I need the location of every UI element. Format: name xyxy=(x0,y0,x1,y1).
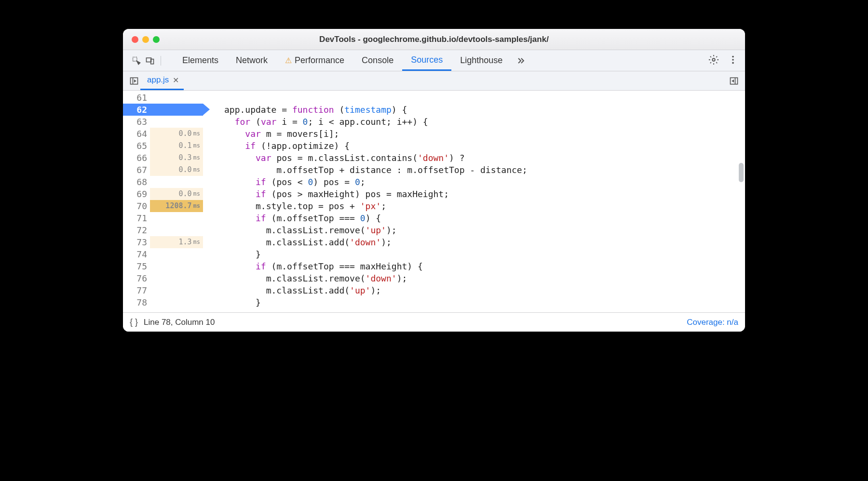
toolbar-separator xyxy=(161,56,161,66)
code-editor[interactable]: 616263640.0 ms650.1 ms660.3 ms670.0 ms68… xyxy=(123,91,745,312)
window-close-button[interactable] xyxy=(132,36,138,43)
code-line: if (!app.optimize) { xyxy=(224,140,745,152)
line-timing xyxy=(150,296,203,308)
gutter-row[interactable]: 690.0 ms xyxy=(123,188,203,200)
panel-tab-lighthouse[interactable]: Lighthouse xyxy=(451,50,511,71)
panel-tab-sources[interactable]: Sources xyxy=(402,50,451,71)
line-number: 76 xyxy=(123,272,150,284)
scrollbar-thumb[interactable] xyxy=(739,163,744,182)
pretty-print-icon[interactable]: { } xyxy=(130,317,138,327)
close-tab-icon[interactable]: ✕ xyxy=(173,76,179,85)
coverage-link[interactable]: Coverage: n/a xyxy=(687,318,738,327)
line-timing xyxy=(150,116,203,128)
code-line: var pos = m.classList.contains('down') ? xyxy=(224,152,745,164)
code-line: m.offsetTop + distance : m.offsetTop - d… xyxy=(224,164,745,176)
line-number: 66 xyxy=(123,152,150,164)
main-toolbar: ElementsNetwork⚠PerformanceConsoleSource… xyxy=(123,50,745,71)
gutter-row[interactable]: 670.0 ms xyxy=(123,164,203,176)
statusbar: { } Line 78, Column 10 Coverage: n/a xyxy=(123,312,745,332)
line-timing xyxy=(150,248,203,260)
line-number: 71 xyxy=(123,212,150,224)
code-line: if (pos < 0) pos = 0; xyxy=(224,176,745,188)
line-timing xyxy=(150,260,203,272)
window-minimize-button[interactable] xyxy=(142,36,149,43)
panel-tab-elements[interactable]: Elements xyxy=(174,50,227,71)
line-number: 77 xyxy=(123,284,150,296)
window-title: DevTools - googlechrome.github.io/devtoo… xyxy=(123,35,745,44)
gutter-row[interactable]: 75 xyxy=(123,260,203,272)
tab-label: Sources xyxy=(411,55,443,65)
line-number: 70 xyxy=(123,200,150,212)
code-line: if (m.offsetTop === 0) { xyxy=(224,212,745,224)
panel-tab-console[interactable]: Console xyxy=(353,50,402,71)
cursor-position: Line 78, Column 10 xyxy=(144,318,215,327)
line-timing xyxy=(150,176,203,188)
gutter-row[interactable]: 71 xyxy=(123,212,203,224)
line-timing xyxy=(150,212,203,224)
gutter-row[interactable]: 660.3 ms xyxy=(123,152,203,164)
gutter-row[interactable]: 78 xyxy=(123,296,203,308)
line-number: 63 xyxy=(123,116,150,128)
window-titlebar: DevTools - googlechrome.github.io/devtoo… xyxy=(123,29,745,50)
code-content[interactable]: app.update = function (timestamp) { for … xyxy=(203,91,745,312)
file-tab-appjs[interactable]: app.js ✕ xyxy=(140,71,184,90)
code-line: m.classList.add('up'); xyxy=(224,284,745,296)
code-line: m.classList.remove('down'); xyxy=(224,272,745,284)
tab-label: Elements xyxy=(182,55,218,66)
gutter-row[interactable]: 63 xyxy=(123,116,203,128)
inspect-element-icon[interactable] xyxy=(130,54,143,67)
line-number: 69 xyxy=(123,188,150,200)
line-number: 74 xyxy=(123,248,150,260)
line-timing xyxy=(150,224,203,236)
line-number: 61 xyxy=(123,92,150,104)
gutter-row[interactable]: 701208.7 ms xyxy=(123,200,203,212)
line-timing: 0.0 ms xyxy=(150,164,203,176)
show-navigator-icon[interactable] xyxy=(128,75,140,87)
show-debugger-icon[interactable] xyxy=(728,75,740,87)
line-gutter[interactable]: 616263640.0 ms650.1 ms660.3 ms670.0 ms68… xyxy=(123,91,203,312)
line-number: 65 xyxy=(123,140,150,152)
line-timing xyxy=(150,104,203,116)
line-number: 67 xyxy=(123,164,150,176)
gutter-row[interactable]: 76 xyxy=(123,272,203,284)
gutter-row[interactable]: 72 xyxy=(123,224,203,236)
gutter-row[interactable]: 62 xyxy=(123,104,203,116)
gutter-row[interactable]: 77 xyxy=(123,284,203,296)
line-number: 73 xyxy=(123,236,150,248)
code-line: m.classList.add('down'); xyxy=(224,236,745,248)
line-number: 68 xyxy=(123,176,150,188)
line-timing xyxy=(150,284,203,296)
window-maximize-button[interactable] xyxy=(153,36,160,43)
code-line: m.classList.remove('up'); xyxy=(224,224,745,236)
more-tabs-icon[interactable] xyxy=(514,54,528,67)
code-line: app.update = function (timestamp) { xyxy=(224,104,745,116)
code-line: m.style.top = pos + 'px'; xyxy=(224,200,745,212)
line-timing: 1208.7 ms xyxy=(150,200,203,212)
panel-tabs: ElementsNetwork⚠PerformanceConsoleSource… xyxy=(174,50,511,71)
gutter-row[interactable]: 74 xyxy=(123,248,203,260)
line-timing: 0.3 ms xyxy=(150,152,203,164)
gutter-row[interactable]: 61 xyxy=(123,92,203,104)
line-number: 75 xyxy=(123,260,150,272)
panel-tab-performance[interactable]: ⚠Performance xyxy=(276,50,353,71)
code-line: var m = movers[i]; xyxy=(224,128,745,140)
line-timing: 1.3 ms xyxy=(150,236,203,248)
gutter-row[interactable]: 731.3 ms xyxy=(123,236,203,248)
more-options-icon[interactable] xyxy=(728,54,738,67)
svg-point-5 xyxy=(732,59,734,61)
gutter-row[interactable]: 650.1 ms xyxy=(123,140,203,152)
code-line xyxy=(224,92,745,104)
settings-icon[interactable] xyxy=(708,54,719,67)
device-toolbar-icon[interactable] xyxy=(143,54,157,67)
line-timing: 0.0 ms xyxy=(150,188,203,200)
line-timing: 0.1 ms xyxy=(150,140,203,152)
tab-label: Performance xyxy=(295,55,344,66)
gutter-row[interactable]: 640.0 ms xyxy=(123,128,203,140)
panel-tab-network[interactable]: Network xyxy=(227,50,276,71)
code-line: } xyxy=(224,248,745,260)
warning-icon: ⚠ xyxy=(285,56,292,65)
gutter-row[interactable]: 68 xyxy=(123,176,203,188)
line-timing: 0.0 ms xyxy=(150,128,203,140)
traffic-lights xyxy=(123,36,160,43)
line-number: 64 xyxy=(123,128,150,140)
